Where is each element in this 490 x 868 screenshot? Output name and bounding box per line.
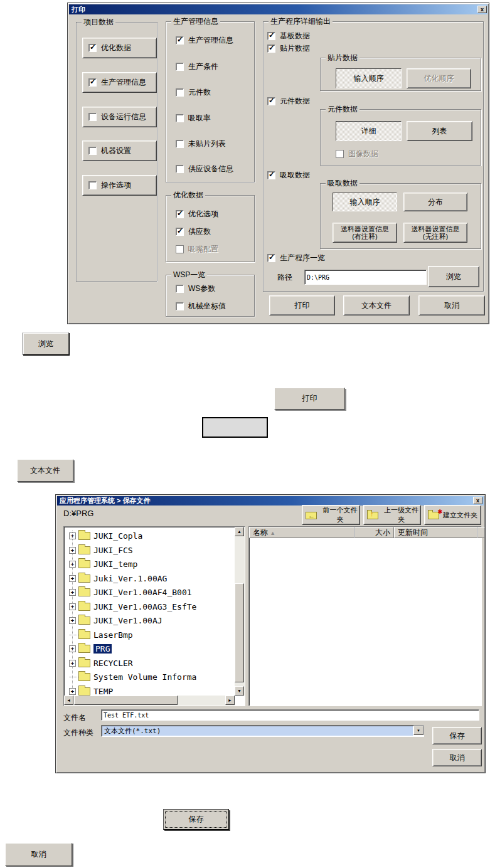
checkbox-icon[interactable] (176, 165, 184, 173)
expand-icon[interactable]: + (69, 532, 76, 539)
checkbox-icon[interactable] (176, 88, 184, 97)
save-dialog-titlebar[interactable]: 应用程序管理系统 > 保存文件 (57, 496, 484, 505)
expand-icon[interactable]: + (69, 660, 76, 667)
tree-item-system-volume[interactable]: System Volume Informa (64, 670, 196, 684)
path-input[interactable] (304, 270, 427, 285)
save-button[interactable]: 保存 (432, 727, 482, 744)
checkbox-icon[interactable] (88, 78, 97, 87)
detail-button[interactable]: 详细 (336, 121, 402, 141)
check-pickup-data[interactable]: 吸取数据 (267, 170, 310, 181)
check-ws-param[interactable]: WS参数 (176, 283, 215, 294)
checkbox-icon[interactable] (176, 114, 184, 122)
tree-item-juki-ver1-00aj[interactable]: + JUKI_Ver1.00AJ (64, 613, 162, 627)
checkbox-icon[interactable] (176, 228, 184, 236)
checkbox-icon[interactable] (267, 45, 275, 53)
check-component-data[interactable]: 元件数据 (267, 96, 310, 107)
save-float-button[interactable]: 保存 (163, 809, 229, 830)
check-supply-device-info[interactable]: 供应设备信息 (176, 164, 233, 174)
filetype-combobox[interactable]: 文本文件(*.txt) ▼ (101, 725, 424, 737)
checkbox-icon[interactable] (88, 147, 97, 155)
item-button-device-run-info[interactable]: 设备运行信息 (82, 107, 157, 127)
hscroll-thumb[interactable] (74, 696, 178, 705)
tree-hscrollbar[interactable]: ◄ ► (64, 696, 235, 706)
checkbox-icon[interactable] (176, 285, 184, 293)
checkbox-icon[interactable] (88, 44, 97, 52)
pickup-input-order-button[interactable]: 输入顺序 (333, 193, 397, 211)
filename-input[interactable] (101, 709, 479, 721)
feeder-info-commented-button[interactable]: 送料器设置信息 (有注释) (333, 223, 397, 243)
checkbox-icon[interactable] (176, 210, 184, 218)
item-button-operation-option[interactable]: 操作选项 (82, 175, 157, 196)
print-float-button[interactable]: 打印 (274, 388, 345, 410)
check-prod-condition[interactable]: 生产条件 (176, 61, 218, 72)
tree-item-juki-copla[interactable]: + JUKI_Copla (64, 529, 142, 542)
expand-icon[interactable]: + (69, 688, 76, 695)
tree-item-juki-ver1-00af4[interactable]: + JUKI_Ver1.00AF4_B001 (64, 585, 192, 599)
previous-folder-button[interactable]: ← 前一个文件夹 (302, 505, 360, 525)
scroll-up-icon[interactable]: ▲ (235, 527, 244, 536)
column-header-size[interactable]: 大小 (354, 527, 394, 538)
scroll-left-icon[interactable]: ◄ (64, 696, 73, 705)
checkbox-icon[interactable] (176, 63, 184, 71)
tree-vscrollbar[interactable]: ▲ ▼ (235, 527, 245, 696)
distribution-button[interactable]: 分布 (403, 193, 467, 211)
new-folder-button[interactable]: ✱ 建立文件夹 (424, 505, 481, 525)
expand-icon[interactable]: + (69, 617, 76, 624)
checkbox-icon[interactable] (267, 171, 275, 179)
browse-button[interactable]: 浏览 (428, 266, 479, 287)
item-button-prod-mgmt-info[interactable]: 生产管理信息 (82, 72, 157, 93)
item-button-machine-setting[interactable]: 机器设置 (82, 140, 157, 161)
checkbox-icon[interactable] (176, 140, 184, 148)
textfile-float-button[interactable]: 文本文件 (17, 459, 73, 482)
check-pickup-rate[interactable]: 吸取率 (176, 113, 211, 124)
close-icon[interactable]: x (477, 6, 487, 13)
expand-icon[interactable]: + (69, 603, 76, 610)
column-header-modified[interactable]: 更新时间 (394, 527, 477, 538)
input-order-button[interactable]: 输入顺序 (336, 68, 402, 88)
list-button[interactable]: 列表 (407, 121, 472, 141)
cancel-button[interactable]: 取消 (418, 295, 485, 315)
expand-icon[interactable]: + (69, 645, 76, 652)
checkbox-icon[interactable] (267, 254, 275, 262)
checkbox-icon[interactable] (88, 181, 97, 189)
tree-item-juki-ver-100ag[interactable]: + Juki_Ver.1.00AG (64, 571, 167, 585)
scroll-right-icon[interactable]: ► (225, 696, 235, 705)
expand-icon[interactable]: + (69, 589, 76, 596)
item-button-optimize-data[interactable]: 优化数据 (82, 38, 157, 58)
cancel-float-button[interactable]: 取消 (5, 843, 72, 866)
expand-icon[interactable]: + (69, 547, 76, 554)
browse-float-button[interactable]: 浏览 (23, 332, 69, 355)
check-program-list[interactable]: 生产程序一览 (267, 253, 325, 263)
tree-item-juki-fcs[interactable]: + JUKI_FCS (64, 543, 133, 557)
feeder-info-uncommented-button[interactable]: 送料器设置信息 (无注释) (403, 223, 467, 243)
cancel-button[interactable]: 取消 (432, 749, 482, 766)
tree-item-juki-ver1-00ag3[interactable]: + JUKI_Ver1.00AG3_EsfTe (64, 600, 196, 613)
tree-item-juki-temp[interactable]: + JUKI_temp (64, 557, 137, 571)
check-optimize-option[interactable]: 优化选项 (176, 209, 218, 220)
check-supply-count[interactable]: 供应数 (176, 226, 211, 237)
expand-icon[interactable]: + (69, 575, 76, 582)
combo-dropdown-icon[interactable]: ▼ (413, 726, 423, 735)
check-prod-mgmt-info[interactable]: 生产管理信息 (176, 35, 233, 46)
check-machine-coord[interactable]: 机械坐标值 (176, 301, 226, 312)
tree-item-laserbmp[interactable]: LaserBmp (64, 628, 133, 642)
check-placement-data[interactable]: 贴片数据 (267, 43, 310, 54)
checkbox-icon[interactable] (267, 97, 275, 105)
checkbox-icon[interactable] (176, 36, 184, 45)
print-dialog-titlebar[interactable]: 打印 (69, 4, 487, 14)
checkbox-icon[interactable] (267, 32, 275, 40)
vscroll-thumb[interactable] (235, 583, 244, 682)
checkbox-icon[interactable] (88, 113, 97, 121)
checkbox-icon[interactable] (176, 302, 184, 310)
textfile-button[interactable]: 文本文件 (343, 295, 410, 315)
close-icon[interactable]: x (473, 497, 482, 504)
up-folder-button[interactable]: ↑ 上一级文件夹 (363, 505, 421, 525)
check-unplaced-list[interactable]: 未贴片列表 (176, 139, 226, 149)
expand-icon[interactable]: + (69, 561, 76, 568)
column-header-name[interactable]: 名称 ▲ (249, 527, 354, 538)
print-button[interactable]: 打印 (269, 295, 335, 315)
check-board-data[interactable]: 基板数据 (267, 31, 310, 41)
tree-item-recycler[interactable]: + RECYCLER (64, 656, 133, 670)
check-component-count[interactable]: 元件数 (176, 87, 211, 98)
scroll-down-icon[interactable]: ▼ (235, 686, 244, 696)
